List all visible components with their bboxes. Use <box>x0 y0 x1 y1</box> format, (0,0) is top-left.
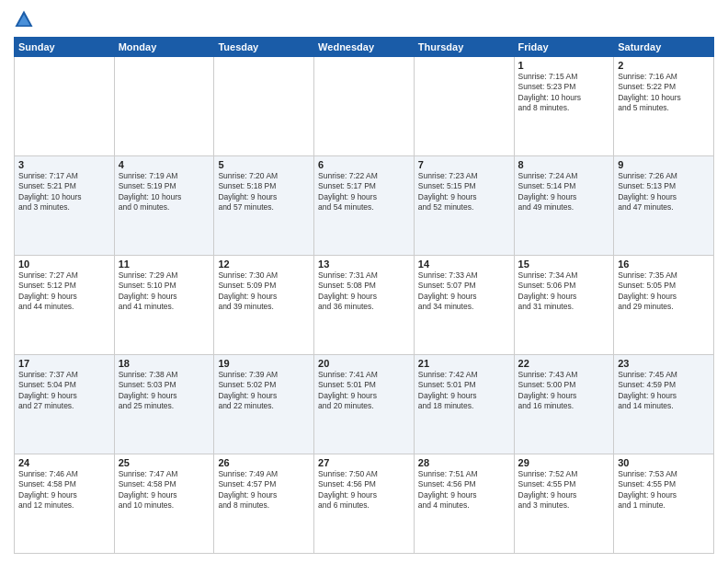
week-row-2: 3Sunrise: 7:17 AM Sunset: 5:21 PM Daylig… <box>15 156 714 256</box>
day-cell: 27Sunrise: 7:50 AM Sunset: 4:56 PM Dayli… <box>314 454 415 554</box>
day-info: Sunrise: 7:27 AM Sunset: 5:12 PM Dayligh… <box>18 270 110 313</box>
day-cell: 28Sunrise: 7:51 AM Sunset: 4:56 PM Dayli… <box>414 454 514 554</box>
day-cell <box>214 57 314 156</box>
day-cell <box>414 57 514 156</box>
day-info: Sunrise: 7:50 AM Sunset: 4:56 PM Dayligh… <box>318 469 410 511</box>
day-info: Sunrise: 7:29 AM Sunset: 5:10 PM Dayligh… <box>119 270 210 313</box>
week-row-1: 1Sunrise: 7:15 AM Sunset: 5:23 PM Daylig… <box>15 57 714 156</box>
day-cell: 29Sunrise: 7:52 AM Sunset: 4:55 PM Dayli… <box>514 454 614 554</box>
day-cell: 5Sunrise: 7:20 AM Sunset: 5:18 PM Daylig… <box>214 156 314 256</box>
day-number: 29 <box>518 457 610 468</box>
day-cell <box>114 57 214 156</box>
day-info: Sunrise: 7:38 AM Sunset: 5:03 PM Dayligh… <box>119 370 210 412</box>
week-row-4: 17Sunrise: 7:37 AM Sunset: 5:04 PM Dayli… <box>15 355 714 454</box>
day-number: 13 <box>318 259 410 270</box>
day-cell: 26Sunrise: 7:49 AM Sunset: 4:57 PM Dayli… <box>214 454 314 554</box>
day-number: 3 <box>18 159 110 170</box>
weekday-header-saturday: Saturday <box>614 38 714 57</box>
calendar-table: SundayMondayTuesdayWednesdayThursdayFrid… <box>14 37 714 554</box>
day-cell: 21Sunrise: 7:42 AM Sunset: 5:01 PM Dayli… <box>414 355 514 454</box>
day-cell: 25Sunrise: 7:47 AM Sunset: 4:58 PM Dayli… <box>114 454 214 554</box>
day-info: Sunrise: 7:39 AM Sunset: 5:02 PM Dayligh… <box>218 370 310 412</box>
day-number: 26 <box>218 457 310 468</box>
day-info: Sunrise: 7:49 AM Sunset: 4:57 PM Dayligh… <box>218 469 310 511</box>
day-info: Sunrise: 7:41 AM Sunset: 5:01 PM Dayligh… <box>318 370 410 412</box>
day-cell: 15Sunrise: 7:34 AM Sunset: 5:06 PM Dayli… <box>514 256 614 355</box>
day-number: 14 <box>418 259 510 270</box>
day-number: 8 <box>518 159 610 170</box>
day-info: Sunrise: 7:22 AM Sunset: 5:17 PM Dayligh… <box>318 171 410 213</box>
day-cell: 8Sunrise: 7:24 AM Sunset: 5:14 PM Daylig… <box>514 156 614 256</box>
day-cell: 30Sunrise: 7:53 AM Sunset: 4:55 PM Dayli… <box>614 454 714 554</box>
day-number: 17 <box>18 358 110 369</box>
day-cell: 18Sunrise: 7:38 AM Sunset: 5:03 PM Dayli… <box>114 355 214 454</box>
day-number: 15 <box>518 259 610 270</box>
weekday-header-wednesday: Wednesday <box>314 38 415 57</box>
weekday-header-row: SundayMondayTuesdayWednesdayThursdayFrid… <box>15 38 714 57</box>
day-cell: 3Sunrise: 7:17 AM Sunset: 5:21 PM Daylig… <box>15 156 115 256</box>
weekday-header-thursday: Thursday <box>414 38 514 57</box>
day-number: 16 <box>618 259 710 270</box>
weekday-header-sunday: Sunday <box>15 38 115 57</box>
day-number: 20 <box>318 358 410 369</box>
day-info: Sunrise: 7:33 AM Sunset: 5:07 PM Dayligh… <box>418 270 510 313</box>
day-number: 27 <box>318 457 410 468</box>
day-number: 11 <box>119 259 210 270</box>
day-number: 9 <box>618 159 710 170</box>
day-info: Sunrise: 7:42 AM Sunset: 5:01 PM Dayligh… <box>418 370 510 412</box>
day-number: 22 <box>518 358 610 369</box>
day-cell: 17Sunrise: 7:37 AM Sunset: 5:04 PM Dayli… <box>15 355 115 454</box>
day-cell: 6Sunrise: 7:22 AM Sunset: 5:17 PM Daylig… <box>314 156 415 256</box>
day-number: 18 <box>119 358 210 369</box>
day-number: 12 <box>218 259 310 270</box>
day-cell: 1Sunrise: 7:15 AM Sunset: 5:23 PM Daylig… <box>514 57 614 156</box>
day-info: Sunrise: 7:53 AM Sunset: 4:55 PM Dayligh… <box>618 469 710 511</box>
day-info: Sunrise: 7:45 AM Sunset: 4:59 PM Dayligh… <box>618 370 710 412</box>
day-cell: 10Sunrise: 7:27 AM Sunset: 5:12 PM Dayli… <box>15 256 115 355</box>
day-info: Sunrise: 7:30 AM Sunset: 5:09 PM Dayligh… <box>218 270 310 313</box>
day-info: Sunrise: 7:31 AM Sunset: 5:08 PM Dayligh… <box>318 270 410 313</box>
day-number: 28 <box>418 457 510 468</box>
day-cell: 11Sunrise: 7:29 AM Sunset: 5:10 PM Dayli… <box>114 256 214 355</box>
day-cell: 22Sunrise: 7:43 AM Sunset: 5:00 PM Dayli… <box>514 355 614 454</box>
day-number: 21 <box>418 358 510 369</box>
day-number: 2 <box>618 60 710 71</box>
weekday-header-monday: Monday <box>114 38 214 57</box>
day-info: Sunrise: 7:37 AM Sunset: 5:04 PM Dayligh… <box>18 370 110 412</box>
day-number: 10 <box>18 259 110 270</box>
day-cell: 13Sunrise: 7:31 AM Sunset: 5:08 PM Dayli… <box>314 256 415 355</box>
day-number: 19 <box>218 358 310 369</box>
day-cell: 16Sunrise: 7:35 AM Sunset: 5:05 PM Dayli… <box>614 256 714 355</box>
day-cell: 14Sunrise: 7:33 AM Sunset: 5:07 PM Dayli… <box>414 256 514 355</box>
day-info: Sunrise: 7:51 AM Sunset: 4:56 PM Dayligh… <box>418 469 510 511</box>
day-cell <box>15 57 115 156</box>
day-info: Sunrise: 7:20 AM Sunset: 5:18 PM Dayligh… <box>218 171 310 213</box>
header <box>14 9 714 29</box>
day-cell: 7Sunrise: 7:23 AM Sunset: 5:15 PM Daylig… <box>414 156 514 256</box>
day-info: Sunrise: 7:46 AM Sunset: 4:58 PM Dayligh… <box>18 469 110 511</box>
day-cell: 19Sunrise: 7:39 AM Sunset: 5:02 PM Dayli… <box>214 355 314 454</box>
day-number: 6 <box>318 159 410 170</box>
day-cell: 20Sunrise: 7:41 AM Sunset: 5:01 PM Dayli… <box>314 355 415 454</box>
day-info: Sunrise: 7:23 AM Sunset: 5:15 PM Dayligh… <box>418 171 510 213</box>
day-cell <box>314 57 415 156</box>
day-cell: 12Sunrise: 7:30 AM Sunset: 5:09 PM Dayli… <box>214 256 314 355</box>
day-info: Sunrise: 7:26 AM Sunset: 5:13 PM Dayligh… <box>618 171 710 213</box>
day-number: 25 <box>119 457 210 468</box>
weekday-header-tuesday: Tuesday <box>214 38 314 57</box>
day-info: Sunrise: 7:43 AM Sunset: 5:00 PM Dayligh… <box>518 370 610 412</box>
day-info: Sunrise: 7:47 AM Sunset: 4:58 PM Dayligh… <box>119 469 210 511</box>
day-info: Sunrise: 7:52 AM Sunset: 4:55 PM Dayligh… <box>518 469 610 511</box>
day-number: 7 <box>418 159 510 170</box>
day-number: 23 <box>618 358 710 369</box>
page: SundayMondayTuesdayWednesdayThursdayFrid… <box>0 0 728 563</box>
day-info: Sunrise: 7:19 AM Sunset: 5:19 PM Dayligh… <box>119 171 210 213</box>
week-row-3: 10Sunrise: 7:27 AM Sunset: 5:12 PM Dayli… <box>15 256 714 355</box>
day-info: Sunrise: 7:24 AM Sunset: 5:14 PM Dayligh… <box>518 171 610 213</box>
week-row-5: 24Sunrise: 7:46 AM Sunset: 4:58 PM Dayli… <box>15 454 714 554</box>
day-info: Sunrise: 7:17 AM Sunset: 5:21 PM Dayligh… <box>18 171 110 213</box>
day-cell: 24Sunrise: 7:46 AM Sunset: 4:58 PM Dayli… <box>15 454 115 554</box>
day-cell: 23Sunrise: 7:45 AM Sunset: 4:59 PM Dayli… <box>614 355 714 454</box>
day-info: Sunrise: 7:16 AM Sunset: 5:22 PM Dayligh… <box>618 72 710 114</box>
day-number: 5 <box>218 159 310 170</box>
